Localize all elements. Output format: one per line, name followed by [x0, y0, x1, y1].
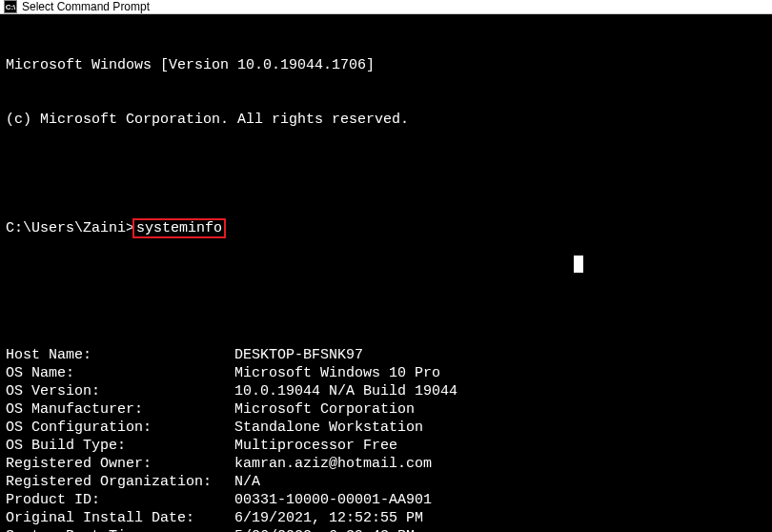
info-key: Host Name: — [6, 346, 234, 364]
info-value: DESKTOP-BFSNK97 — [234, 346, 363, 364]
terminal-area[interactable]: Microsoft Windows [Version 10.0.19044.17… — [0, 14, 772, 532]
prompt-line: C:\Users\Zaini>systeminfo — [6, 219, 766, 237]
info-key: OS Configuration: — [6, 419, 234, 437]
prompt-path: C:\Users\Zaini> — [6, 220, 134, 236]
header-line-2: (c) Microsoft Corporation. All rights re… — [6, 111, 766, 129]
info-row: Product ID:00331-10000-00001-AA901 — [6, 491, 766, 509]
info-key: Registered Owner: — [6, 455, 234, 473]
info-key: OS Name: — [6, 364, 234, 382]
info-value: 5/26/2022, 6:39:43 PM — [234, 527, 415, 532]
info-value: N/A — [234, 473, 260, 491]
info-value: Microsoft Windows 10 Pro — [234, 364, 440, 382]
window-title: Select Command Prompt — [22, 0, 150, 13]
info-key: Product ID: — [6, 491, 234, 509]
blank-line — [6, 274, 766, 292]
info-key: Registered Organization: — [6, 473, 234, 491]
info-value: Standalone Workstation — [234, 419, 423, 437]
info-row: System Boot Time:5/26/2022, 6:39:43 PM — [6, 527, 766, 532]
info-row: OS Manufacturer:Microsoft Corporation — [6, 400, 766, 419]
command-prompt-window: C:\ Select Command Prompt Microsoft Wind… — [0, 0, 772, 532]
text-cursor — [574, 256, 583, 273]
blank-line — [6, 165, 766, 183]
info-value: kamran.aziz@hotmail.com — [234, 455, 432, 473]
info-row: Registered Organization:N/A — [6, 473, 766, 491]
info-value: 10.0.19044 N/A Build 19044 — [234, 382, 457, 400]
header-line-1: Microsoft Windows [Version 10.0.19044.17… — [6, 56, 766, 74]
info-key: OS Manufacturer: — [6, 400, 234, 419]
titlebar[interactable]: C:\ Select Command Prompt — [0, 0, 772, 14]
info-row: OS Version:10.0.19044 N/A Build 19044 — [6, 382, 766, 400]
info-key: OS Build Type: — [6, 437, 234, 455]
info-row: Registered Owner:kamran.aziz@hotmail.com — [6, 455, 766, 473]
info-key: Original Install Date: — [6, 509, 234, 527]
info-row: OS Name:Microsoft Windows 10 Pro — [6, 364, 766, 382]
info-value: 6/19/2021, 12:52:55 PM — [234, 509, 423, 527]
info-value: Microsoft Corporation — [234, 400, 415, 419]
info-row: OS Configuration:Standalone Workstation — [6, 419, 766, 437]
info-row: OS Build Type:Multiprocessor Free — [6, 437, 766, 455]
info-row: Original Install Date:6/19/2021, 12:52:5… — [6, 509, 766, 527]
command-text: systeminfo — [132, 218, 226, 238]
cmd-icon: C:\ — [4, 0, 17, 13]
info-value: Multiprocessor Free — [234, 437, 397, 455]
info-key: OS Version: — [6, 382, 234, 400]
info-key: System Boot Time: — [6, 527, 234, 532]
info-row: Host Name:DESKTOP-BFSNK97 — [6, 346, 766, 364]
info-value: 00331-10000-00001-AA901 — [234, 491, 432, 509]
